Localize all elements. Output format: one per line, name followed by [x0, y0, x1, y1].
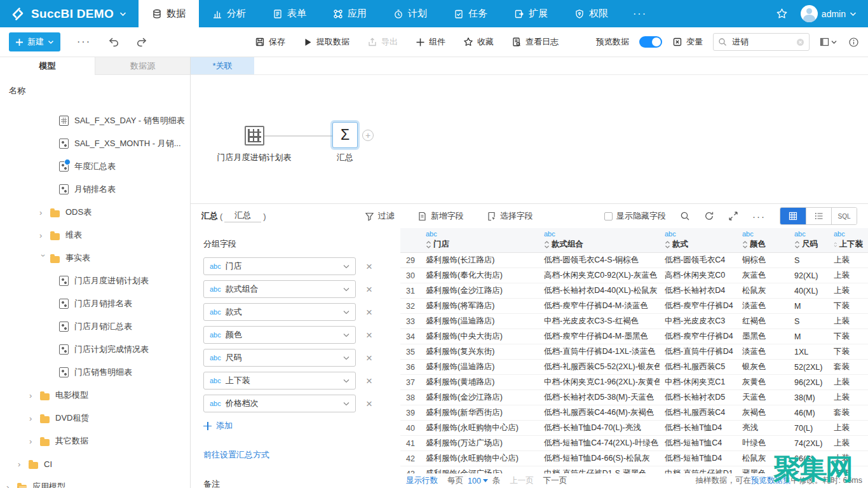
nav-tab-apps[interactable]: 应用 — [320, 0, 380, 27]
grid-view-button[interactable] — [780, 208, 806, 224]
variable-button[interactable]: 变量 — [672, 36, 703, 48]
tree-item[interactable]: › 事实表 — [0, 247, 190, 269]
nav-tab-plan[interactable]: 计划 — [380, 0, 440, 27]
page-size-dropdown[interactable]: 100 — [468, 477, 488, 485]
summary-node[interactable]: Σ — [332, 122, 358, 148]
column-header[interactable]: abc 上下装 — [829, 228, 868, 253]
layout-button[interactable] — [820, 37, 837, 47]
field-dropdown[interactable]: abc 款式组合 — [203, 280, 356, 298]
tree-item[interactable]: › 应用模型 — [0, 475, 190, 488]
nav-tab-permission[interactable]: 权限 — [561, 0, 621, 27]
nav-tab-form[interactable]: 表单 — [259, 0, 320, 27]
extract-data-button[interactable]: 提取数据 — [303, 36, 349, 48]
column-header[interactable]: abc 款式组合 — [539, 228, 660, 253]
column-header[interactable]: abc 尺码 — [789, 228, 829, 253]
field-dropdown[interactable]: abc 门店 — [203, 257, 356, 275]
remove-field-icon[interactable]: × — [366, 330, 372, 341]
panel-more-button[interactable]: ··· — [752, 211, 766, 222]
select-field-button[interactable]: 选择字段 — [487, 210, 533, 222]
new-button[interactable]: 新建 — [9, 32, 60, 51]
component-button[interactable]: 组件 — [416, 36, 445, 48]
preview-dataset-link[interactable]: 预览数据集 — [751, 476, 791, 485]
redo-button[interactable] — [136, 36, 148, 48]
remove-field-icon[interactable]: × — [366, 284, 372, 295]
nav-tab-analysis[interactable]: 分析 — [199, 0, 259, 27]
summary-name-input[interactable] — [224, 210, 261, 222]
remove-field-icon[interactable]: × — [366, 261, 372, 272]
field-dropdown[interactable]: abc 颜色 — [203, 326, 356, 344]
tree-item[interactable]: › 门店月度进销计划表 — [0, 269, 190, 292]
tree-item-label: 门店月度进销计划表 — [74, 275, 149, 287]
remove-field-icon[interactable]: × — [366, 376, 372, 386]
column-header[interactable]: abc 门店 — [421, 228, 539, 253]
nav-tab-data[interactable]: 数据 — [139, 0, 199, 27]
search-input[interactable] — [731, 37, 788, 48]
chevron-down-icon — [343, 356, 349, 360]
tree-item[interactable]: › 年度汇总表 — [0, 155, 190, 178]
tree-item[interactable]: › 电影模型 — [0, 384, 190, 407]
field-dropdown[interactable]: abc 尺码 — [203, 349, 356, 367]
undo-button[interactable] — [107, 36, 119, 48]
clear-search-icon[interactable] — [796, 38, 804, 46]
checkbox[interactable] — [604, 212, 613, 220]
tree-item[interactable]: › ODS表 — [0, 201, 190, 224]
remove-field-icon[interactable]: × — [366, 353, 372, 363]
summary-panel: 汇总 ( ) 过滤 新增字段 选择字段 — [191, 203, 868, 488]
nav-tab-task[interactable]: 任务 — [440, 0, 501, 27]
tree-item[interactable]: › 维表 — [0, 224, 190, 247]
table-footer: 显示行数 每页 100 条 上一页 下一页 抽样数据，可在预览数据集中修改。耗时… — [400, 473, 868, 488]
filter-button[interactable]: 过滤 — [365, 210, 395, 222]
nav-tab-extension[interactable]: 扩展 — [501, 0, 561, 27]
add-group-field-button[interactable]: 添加 — [203, 420, 248, 431]
tab-relation[interactable]: *关联 — [191, 57, 254, 74]
goto-aggregation-link[interactable]: 前往设置汇总方式 — [203, 449, 400, 461]
remove-field-icon[interactable]: × — [366, 307, 372, 318]
field-dropdown[interactable]: abc 上下装 — [203, 372, 356, 390]
tab-datasource[interactable]: 数据源 — [95, 57, 190, 75]
column-header[interactable]: abc 款式 — [660, 228, 737, 253]
tree-item[interactable]: › 门店计划完成情况表 — [0, 338, 190, 361]
export-button[interactable]: 导出 — [367, 36, 398, 48]
brand[interactable]: SuccBI DEMO — [0, 0, 139, 27]
show-hidden-checkbox[interactable]: 显示隐藏字段 — [604, 210, 666, 222]
remove-field-icon[interactable]: × — [366, 398, 372, 409]
column-type-label: abc — [794, 230, 824, 238]
prev-page-button[interactable]: 上一页 — [510, 475, 534, 486]
field-dropdown[interactable]: abc 价格档次 — [203, 395, 356, 412]
expand-button[interactable] — [728, 211, 738, 221]
favorite-button[interactable]: 收藏 — [463, 36, 494, 48]
nav-more-button[interactable]: ··· — [621, 0, 658, 27]
add-node-button[interactable]: + — [362, 130, 374, 141]
add-field-button[interactable]: 新增字段 — [417, 210, 464, 222]
row-number: 42 — [400, 451, 421, 466]
search-fields-button[interactable] — [680, 211, 690, 221]
column-type-label: abc — [426, 230, 534, 238]
tab-model[interactable]: 模型 — [0, 57, 95, 75]
user-menu[interactable]: admin — [801, 5, 857, 22]
model-canvas[interactable]: Σ + 门店月度进销计划表 汇总 — [191, 75, 868, 203]
sql-view-button[interactable]: SQL — [831, 208, 857, 224]
tree-item[interactable]: › CI — [0, 452, 190, 475]
tree-item[interactable]: › SAL_F_XS_DAY - 销售明细表 — [0, 109, 190, 132]
view-log-button[interactable]: 查看日志 — [512, 36, 559, 48]
tree-item[interactable]: › 门店月销排名表 — [0, 292, 190, 315]
more-actions-button[interactable]: ··· — [77, 36, 91, 48]
next-page-button[interactable]: 下一页 — [543, 475, 567, 486]
tree-item[interactable]: › 门店月销汇总表 — [0, 315, 190, 338]
column-header[interactable]: abc 颜色 — [737, 228, 789, 253]
preview-data-toggle[interactable] — [639, 36, 662, 48]
save-button[interactable]: 保存 — [255, 36, 285, 48]
field-dropdown[interactable]: abc 款式 — [203, 303, 356, 321]
table-node[interactable] — [245, 126, 264, 146]
show-row-count-link[interactable]: 显示行数 — [406, 475, 438, 486]
tree-item[interactable]: › SAL_F_XS_MONTH - 月销... — [0, 132, 190, 155]
tree-item-icon — [29, 462, 38, 469]
list-view-button[interactable] — [806, 208, 831, 224]
tree-item[interactable]: › DVD租赁 — [0, 407, 190, 430]
info-button[interactable] — [848, 37, 859, 48]
refresh-button[interactable] — [704, 211, 714, 221]
tree-item[interactable]: › 门店销售明细表 — [0, 361, 190, 384]
star-icon[interactable] — [776, 8, 788, 20]
tree-item[interactable]: › 月销排名表 — [0, 178, 190, 201]
tree-item[interactable]: › 其它数据 — [0, 430, 190, 452]
